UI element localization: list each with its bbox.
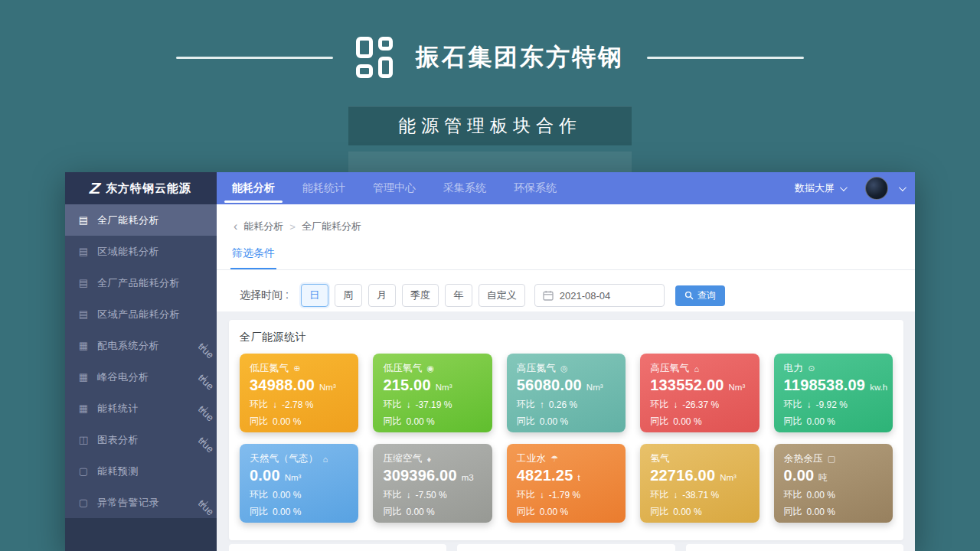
breadcrumb-section[interactable]: 能耗分析 — [243, 220, 283, 233]
stat-card-name: 天然气（气态） — [250, 452, 318, 465]
menu-item-icon: ▦ — [77, 403, 90, 414]
chevron-down-icon — [840, 184, 848, 191]
yoy-label: 同比 — [784, 415, 802, 428]
mom-value: 0.00 % — [273, 490, 301, 500]
query-button[interactable]: 查询 — [675, 285, 725, 306]
filter-panel: ‹ 能耗分析 > 全厂能耗分析 筛选条件 选择时间 : 日 周 月 — [217, 204, 915, 311]
yoy-label: 同比 — [250, 505, 268, 518]
time-option-button[interactable]: 季度 — [402, 284, 439, 307]
chevron-down-icon: true — [200, 434, 208, 442]
mom-label: 环比 — [650, 488, 668, 501]
stat-card-value: 133552.00 — [650, 377, 724, 394]
nav-tab[interactable]: 环保系统 — [505, 172, 566, 204]
time-option-button[interactable]: 月 — [368, 284, 396, 307]
mom-label: 环比 — [784, 398, 802, 411]
yoy-label: 同比 — [383, 505, 401, 518]
yoy-label: 同比 — [650, 415, 668, 428]
time-option-button[interactable]: 日 — [301, 284, 328, 307]
breadcrumb-current: 全厂能耗分析 — [302, 220, 361, 233]
mom-label: 环比 — [250, 488, 268, 501]
menu-item-label: 图表分析 — [97, 433, 200, 447]
nav-tab[interactable]: 管理中心 — [364, 172, 425, 204]
decorative-line-left — [176, 57, 333, 59]
time-option-button[interactable]: 自定义 — [479, 284, 525, 307]
date-picker-input[interactable]: 2021-08-04 — [534, 284, 665, 307]
hero-subtitle-shadow-box — [348, 152, 632, 174]
yoy-value: 0.00 % — [273, 507, 301, 517]
stat-card-unit: Nm³ — [720, 473, 737, 482]
yoy-value: 0.00 % — [540, 416, 568, 427]
back-chevron-icon[interactable]: ‹ — [234, 220, 237, 233]
stat-card-unit: Nm³ — [436, 383, 452, 392]
menu-item-icon: ▦ — [77, 340, 90, 351]
yoy-label: 同比 — [517, 505, 535, 518]
chevron-down-icon: true — [200, 497, 208, 505]
stat-card: 高压氮气 ◎ 56080.00 Nm³ 环比 ↑ 0.26 % — [507, 354, 626, 432]
time-option-button[interactable]: 年 — [445, 284, 472, 307]
sidebar-item[interactable]: ▤ 区域能耗分析 false — [65, 236, 217, 267]
sidebar-item[interactable]: ▤ 全厂能耗分析 false — [65, 204, 217, 236]
sidebar-item[interactable]: ▤ 全厂产品能耗分析 false — [65, 267, 217, 298]
stat-card-value: 0.00 — [784, 467, 815, 484]
stat-card-name: 氢气 — [650, 452, 670, 465]
stat-card-icon: ⊕ — [293, 364, 301, 373]
user-menu-chevron-icon[interactable] — [899, 184, 906, 191]
sidebar-item[interactable]: ▦ 峰谷电分析 true — [65, 361, 217, 393]
time-option-label: 周 — [343, 289, 353, 302]
menu-item-icon: ▤ — [77, 246, 90, 257]
stat-card-icon: ⌂ — [694, 364, 699, 373]
dashboard-window: Z 东方特钢云能源 ▤ 全厂能耗分析 false ▤ 区域能耗分析 false … — [65, 172, 915, 551]
sidebar-item[interactable]: ▤ 区域产品能耗分析 false — [65, 298, 217, 330]
sidebar-item[interactable]: ▦ 能耗统计 true — [65, 393, 217, 424]
menu-item-label: 峰谷电分析 — [97, 370, 200, 384]
user-avatar[interactable] — [865, 177, 888, 200]
nav-tab[interactable]: 能耗统计 — [293, 172, 354, 204]
menu-item-icon: ▢ — [77, 465, 90, 477]
nav-tab[interactable]: 采集系统 — [434, 172, 495, 204]
time-option-button[interactable]: 周 — [335, 284, 362, 307]
sidebar-item[interactable]: ▦ 配电系统分析 true — [65, 330, 217, 361]
trend-arrow-icon: ↓ — [673, 490, 678, 500]
menu-item-label: 全厂能耗分析 — [97, 214, 200, 227]
yoy-value: 0.00 % — [673, 416, 701, 427]
stat-card-unit: t — [578, 473, 580, 482]
nav-tab-label: 环保系统 — [514, 181, 557, 195]
stat-card-value: 309396.00 — [383, 467, 456, 484]
stat-card-value: 22716.00 — [650, 467, 715, 484]
sidebar-item[interactable]: ▢ 异常告警记录 true — [65, 487, 217, 518]
menu-item-label: 全厂产品能耗分析 — [97, 276, 200, 290]
stat-card-value: 34988.00 — [250, 377, 315, 394]
mom-value: -38.71 % — [682, 490, 719, 500]
nav-tab[interactable]: 能耗分析 — [223, 172, 284, 204]
sidebar-item[interactable]: ▢ 能耗预测 false — [65, 455, 217, 487]
trend-arrow-icon: ↓ — [673, 399, 678, 410]
stat-card-unit: Nm³ — [729, 383, 746, 392]
chevron-down-icon: true — [200, 371, 208, 380]
energy-stats-panel: 全厂能源统计 低压氮气 ⊕ 34988.00 Nm³ — [229, 320, 903, 540]
stat-card: 氢气 22716.00 Nm³ 环比 ↓ -38.71 % — [640, 444, 759, 523]
sidebar-footer-area — [65, 518, 217, 551]
yoy-value: 0.00 % — [807, 416, 835, 427]
sidebar-menu: ▤ 全厂能耗分析 false ▤ 区域能耗分析 false ▤ 全厂产品能耗分析… — [65, 204, 217, 518]
sidebar-item[interactable]: ◫ 图表分析 true — [65, 424, 217, 455]
stat-card-icon: ⌂ — [323, 455, 328, 464]
menu-item-icon: ▢ — [77, 497, 90, 508]
yoy-label: 同比 — [650, 505, 668, 518]
stat-card-name: 压缩空气 — [383, 452, 422, 465]
company-logo-icon — [356, 37, 393, 78]
stat-card-unit: Nm³ — [319, 383, 336, 392]
trend-arrow-icon: ↓ — [406, 490, 410, 500]
trend-arrow-icon: ↓ — [807, 399, 812, 410]
mom-value: -2.78 % — [282, 399, 313, 410]
brand-name: 东方特钢云能源 — [106, 181, 191, 196]
mom-value: 0.00 % — [807, 490, 835, 500]
stat-card-icon: ⊙ — [808, 364, 815, 373]
stat-card-value: 56080.00 — [517, 377, 582, 394]
stat-card: 工业水 ☂ 4821.25 t 环比 ↓ -1.79 % — [507, 444, 626, 523]
yoy-value: 0.00 % — [673, 507, 701, 517]
breadcrumb: ‹ 能耗分析 > 全厂能耗分析 — [217, 204, 915, 233]
trend-arrow-icon: ↑ — [540, 399, 544, 410]
tab-filter-conditions[interactable]: 筛选条件 — [230, 246, 276, 269]
data-screen-link[interactable]: 数据大屏 — [795, 181, 845, 195]
mom-label: 环比 — [250, 398, 268, 411]
